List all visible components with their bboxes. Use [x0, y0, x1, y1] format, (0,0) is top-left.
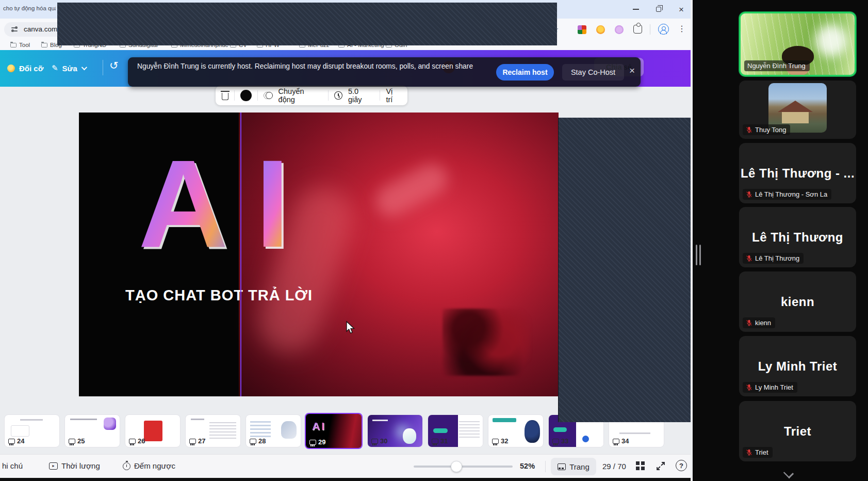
screen-icon [129, 439, 136, 444]
mic-muted-icon [746, 449, 752, 456]
slide-subtitle: TẠO CHAT BOT TRẢ LỜI [125, 287, 313, 304]
selection-guide-line [240, 113, 241, 396]
extensions-puzzle-icon[interactable] [633, 25, 642, 34]
zoom-participants-panel: Nguyễn Đình Trung Thuy Tong Lê Thị Thươn… [693, 0, 868, 481]
mini-title: AI [312, 420, 326, 432]
letter-a: A [138, 141, 228, 266]
window-close-button[interactable]: × [674, 3, 689, 15]
notes-button[interactable]: hi chú [2, 461, 23, 470]
position-button[interactable]: Vị trí [386, 87, 401, 104]
slide-thumbnail-selected[interactable]: AI29 [305, 413, 363, 449]
panel-separator[interactable] [691, 0, 693, 481]
slide-thumbnail[interactable]: 25 [64, 414, 120, 447]
toolbar-divider [328, 90, 329, 101]
mic-muted-icon [746, 319, 752, 326]
duration-button[interactable]: 5.0 giây [348, 87, 374, 104]
screen-icon [492, 439, 499, 444]
page-view-icon [558, 463, 566, 470]
slide-canvas[interactable]: A I TẠO CHAT BOT TRẢ LỜI [79, 113, 559, 396]
zoom-host-notification: Nguyễn Đình Trung is currently host. Rec… [128, 57, 641, 87]
participant-tile[interactable]: kienn kienn [739, 271, 856, 332]
edit-button[interactable]: ✎ Sửa [52, 59, 86, 77]
redaction-overlay-right [559, 118, 691, 422]
profile-avatar-icon[interactable] [658, 24, 669, 35]
undo-button[interactable]: ↺ [109, 59, 119, 72]
participant-name-chip: Nguyễn Đình Trung [744, 60, 810, 71]
page-indicator: 29 / 70 [602, 462, 626, 471]
page-view-button[interactable]: Trang [551, 458, 596, 475]
browser-tab[interactable]: cho tự động hóa quả [3, 5, 56, 11]
page-number: 24 [8, 437, 24, 445]
participant-tile[interactable]: Triet Triet [739, 401, 856, 461]
element-toolbar: Chuyển động 5.0 giây Vị trí [216, 86, 407, 105]
delete-button[interactable] [222, 93, 228, 100]
zoom-slider-thumb[interactable] [451, 461, 462, 472]
help-button[interactable]: ? [676, 460, 687, 471]
pro-badge-icon [7, 65, 15, 72]
toolbar-divider [650, 24, 650, 35]
countdown-button[interactable]: Đếm ngược [123, 461, 175, 470]
folder-icon [10, 43, 17, 47]
participant-display-name: Lê Thị Thương - ... [741, 166, 855, 181]
page-number: 33 [552, 437, 568, 445]
participant-avatar-tile[interactable]: Thuy Tong [739, 81, 856, 139]
mouse-cursor [346, 321, 355, 334]
zoom-level: 52% [520, 462, 535, 470]
folder-icon [41, 43, 47, 47]
more-participants-chevron-icon[interactable] [783, 468, 794, 478]
grid-view-icon[interactable] [636, 461, 645, 470]
slide-thumbnail[interactable]: 31 [428, 414, 483, 447]
letter-i: I [255, 141, 290, 266]
screen-icon [552, 439, 559, 444]
page-number: 30 [371, 437, 387, 445]
extension-icon-grid[interactable] [578, 25, 586, 34]
screen-icon [371, 439, 378, 444]
play-icon: ▸ [49, 462, 58, 470]
window-maximize-button[interactable] [651, 3, 666, 15]
page-number: 27 [189, 437, 205, 445]
bookmark-folder[interactable]: Tool [10, 42, 30, 48]
screen-icon [613, 439, 619, 444]
slide-thumbnail[interactable]: 27 [185, 414, 241, 447]
participant-tile[interactable]: Ly Minh Triet Ly Minh Triet [739, 336, 856, 396]
toolbar-divider [234, 90, 235, 101]
extension-icon-purple[interactable] [615, 25, 624, 34]
mic-muted-icon [746, 126, 752, 133]
color-swatch-button[interactable] [240, 90, 252, 101]
participant-display-name: Ly Minh Triet [758, 359, 838, 374]
page-number: 31 [432, 437, 448, 445]
footer-divider [545, 461, 546, 472]
animate-button[interactable]: Chuyển động [279, 87, 323, 104]
participant-name-chip: Triet [743, 447, 773, 458]
animate-icon [264, 91, 273, 100]
participant-video-tile[interactable]: Nguyễn Đình Trung [739, 12, 856, 76]
site-info-icon[interactable] [11, 26, 20, 33]
pencil-icon: ✎ [52, 63, 58, 73]
slide-thumbnail[interactable]: 28 [245, 414, 301, 447]
participant-tile[interactable]: Lê Thị Thương Lê Thị Thương [739, 207, 856, 267]
page-number: 29 [309, 438, 325, 446]
panel-resize-handle[interactable] [696, 245, 701, 265]
slide-thumbnail[interactable]: 30 [367, 414, 423, 447]
fullscreen-icon[interactable] [656, 461, 665, 471]
close-icon: × [679, 5, 684, 14]
chevron-down-icon [81, 65, 87, 70]
participant-tile[interactable]: Lê Thị Thương - ... Lê Thị Thương - Sơn … [739, 143, 856, 203]
browser-menu-icon[interactable]: ⋮ [678, 24, 686, 34]
slide-thumbnail[interactable]: 32 [488, 414, 544, 447]
stay-cohost-button[interactable]: Stay Co-Host [562, 64, 624, 81]
screen-icon [69, 439, 75, 444]
slide-thumbnail[interactable]: 26 [125, 414, 181, 447]
window-minimize-button[interactable] [628, 3, 644, 15]
reclaim-host-button[interactable]: Reclaim host [496, 64, 554, 81]
participant-name-chip: kienn [743, 317, 775, 328]
notification-close-icon[interactable]: × [629, 65, 635, 76]
slide-thumbnail[interactable]: 24 [4, 414, 60, 447]
duration-panel-button[interactable]: ▸Thời lượng [49, 461, 100, 470]
screen: cho tự động hóa quả × canva.com/de ☆ ⋮ T… [0, 0, 868, 481]
extension-icon-orange[interactable] [596, 25, 605, 34]
participant-name-chip: Ly Minh Triet [743, 382, 797, 393]
zoom-slider[interactable] [414, 466, 513, 468]
resize-button[interactable]: Đổi cỡ [7, 59, 43, 77]
mic-muted-icon [746, 255, 752, 262]
